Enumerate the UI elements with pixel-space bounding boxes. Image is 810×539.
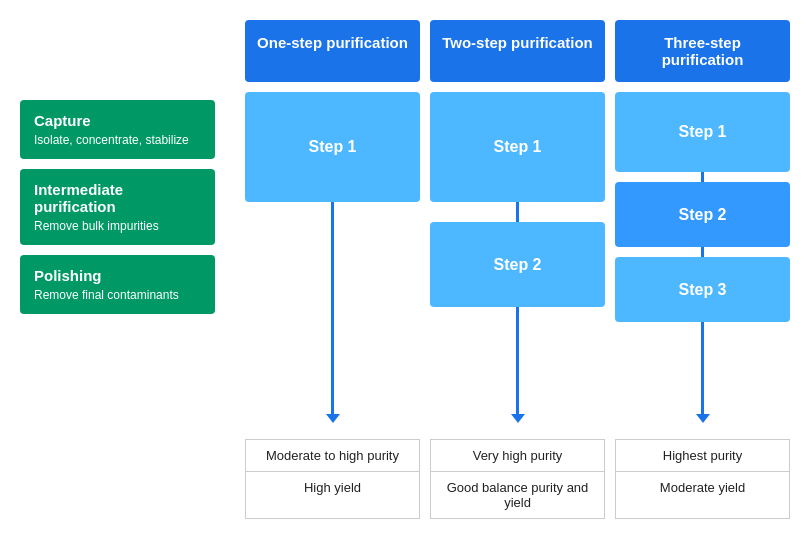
- result-col3-purity: Highest purity: [616, 440, 789, 472]
- headers-row: One-step purification Two-step purificat…: [235, 20, 790, 82]
- step1-col2: Step 1: [430, 92, 605, 202]
- result-col2-yield: Good balance purity and yield: [431, 472, 604, 518]
- step1-col3: Step 1: [615, 92, 790, 172]
- polishing-desc: Remove final contaminants: [34, 288, 201, 302]
- step3-col3: Step 3: [615, 257, 790, 322]
- sidebar-item-intermediate: Intermediate purification Remove bulk im…: [20, 169, 215, 245]
- capture-title: Capture: [34, 112, 201, 129]
- line-col2-bottom: [516, 307, 519, 414]
- arrow-col1: [326, 414, 340, 423]
- results-section: Moderate to high purity High yield Very …: [235, 439, 790, 519]
- arrow-col2: [511, 414, 525, 423]
- step2-col2: Step 2: [430, 222, 605, 307]
- capture-desc: Isolate, concentrate, stabilize: [34, 133, 201, 147]
- line-col3-bottom: [701, 322, 704, 414]
- result-col3: Highest purity Moderate yield: [615, 439, 790, 519]
- result-col1: Moderate to high purity High yield: [245, 439, 420, 519]
- header-two-step: Two-step purification: [430, 20, 605, 82]
- intermediate-desc: Remove bulk impurities: [34, 219, 201, 233]
- chart-area: One-step purification Two-step purificat…: [235, 20, 790, 519]
- result-col2-purity: Very high purity: [431, 440, 604, 472]
- header-one-step: One-step purification: [245, 20, 420, 82]
- line-col1: [331, 202, 334, 414]
- line-col2-top: [516, 202, 519, 222]
- step1-col1: Step 1: [245, 92, 420, 202]
- intermediate-title: Intermediate purification: [34, 181, 201, 215]
- sidebar: Capture Isolate, concentrate, stabilize …: [20, 20, 215, 519]
- arrow-col3: [696, 414, 710, 423]
- line-col3-1: [701, 172, 704, 182]
- column-one-step: Step 1: [245, 92, 420, 423]
- column-two-step: Step 1 Step 2: [430, 92, 605, 423]
- result-col1-purity: Moderate to high purity: [246, 440, 419, 472]
- polishing-title: Polishing: [34, 267, 201, 284]
- sidebar-item-polishing: Polishing Remove final contaminants: [20, 255, 215, 314]
- line-col3-2: [701, 247, 704, 257]
- sidebar-item-capture: Capture Isolate, concentrate, stabilize: [20, 100, 215, 159]
- step2-col3: Step 2: [615, 182, 790, 247]
- main-container: Capture Isolate, concentrate, stabilize …: [0, 0, 810, 539]
- column-three-step: Step 1 Step 2 Step 3: [615, 92, 790, 423]
- header-three-step: Three-step purification: [615, 20, 790, 82]
- result-col2: Very high purity Good balance purity and…: [430, 439, 605, 519]
- result-col3-yield: Moderate yield: [616, 472, 789, 503]
- result-col1-yield: High yield: [246, 472, 419, 503]
